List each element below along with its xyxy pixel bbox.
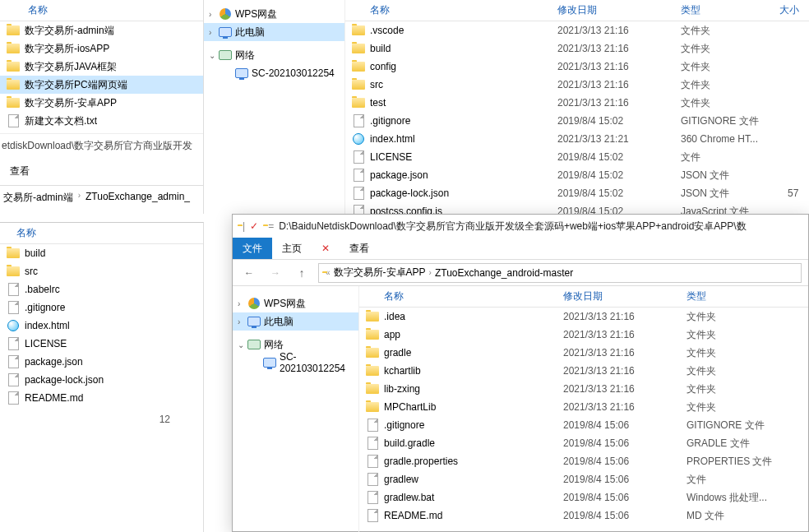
list-item[interactable]: package-lock.json2019/8/4 15:02JSON 文件57	[345, 184, 809, 202]
window-titlebar[interactable]: | ✓ = D:\BaiduNetdiskDownload\数字交易所官方商业版…	[233, 215, 808, 238]
chevron-icon[interactable]: ›	[238, 317, 247, 326]
breadcrumb-bar[interactable]: « 数字交易所-安卓APP › ZTuoExchange_android-mas…	[318, 263, 802, 283]
chevron-icon[interactable]: ⌄	[238, 340, 247, 349]
list-item[interactable]: kchartlib2021/3/13 21:16文件夹	[359, 362, 808, 380]
file-icon	[368, 491, 378, 504]
list-item[interactable]: lib-zxing2021/3/13 21:16文件夹	[359, 380, 808, 398]
tab-home[interactable]: 主页	[272, 238, 312, 259]
col-name[interactable]: 名称	[7, 3, 48, 17]
list-item[interactable]: src	[0, 262, 203, 280]
item-type: GITIGNORE 文件	[681, 114, 788, 128]
forward-button[interactable]: →	[266, 263, 285, 283]
column-header[interactable]: 名称	[0, 0, 203, 21]
tree-item[interactable]: SC-202103012254	[204, 64, 344, 82]
list-item[interactable]: README.md2019/8/4 15:06MD 文件	[359, 507, 808, 525]
item-name: kchartlib	[384, 365, 563, 377]
crumb[interactable]: 交易所-admin端	[3, 191, 73, 205]
item-name: package.json	[370, 169, 557, 181]
list-item[interactable]: 数字交易所-admin端	[0, 21, 203, 39]
file-icon	[8, 337, 19, 350]
item-name: gradlew.bat	[384, 492, 563, 503]
file-icon	[354, 114, 364, 127]
col-type[interactable]: 类型	[681, 3, 779, 17]
item-type: GITIGNORE 文件	[686, 419, 802, 433]
tree-label: SC-202103012254	[252, 67, 335, 79]
back-button[interactable]: ←	[239, 263, 259, 283]
list-item[interactable]: src2021/3/13 21:16文件夹	[345, 76, 809, 94]
col-name[interactable]: 名称	[7, 226, 36, 240]
col-name[interactable]: 名称	[366, 289, 563, 303]
list-item[interactable]: LICENSE	[0, 335, 203, 353]
list-item[interactable]: 数字交易所-安卓APP	[0, 94, 203, 112]
col-name[interactable]: 名称	[352, 3, 557, 17]
list-item[interactable]: index.html2021/3/13 21:21360 Chrome HT..…	[345, 130, 809, 148]
list-item[interactable]: 数字交易所PC端网页端	[0, 76, 203, 94]
chevron-icon[interactable]: ›	[209, 10, 219, 19]
list-item[interactable]: build2021/3/13 21:16文件夹	[345, 39, 809, 58]
col-type[interactable]: 类型	[686, 289, 706, 303]
list-item[interactable]: gradlew.bat2019/8/4 15:06Windows 批处理...	[359, 488, 808, 507]
item-name: package.json	[25, 356, 189, 368]
list-item[interactable]: gradle2021/3/13 21:16文件夹	[359, 344, 808, 362]
list-item[interactable]: package.json2019/8/4 15:02JSON 文件	[345, 166, 809, 184]
list-item[interactable]: .gitignore	[0, 298, 203, 317]
list-item[interactable]: .babelrc	[0, 280, 203, 298]
list-item[interactable]: index.html	[0, 317, 203, 335]
list-item[interactable]: .vscode2021/3/13 21:16文件夹	[345, 21, 809, 39]
tree-item[interactable]: SC-202103012254	[233, 354, 358, 372]
chevron-right-icon: ›	[78, 191, 81, 205]
list-item[interactable]: MPChartLib2021/3/13 21:16文件夹	[359, 398, 808, 416]
list-item[interactable]: README.md	[0, 389, 203, 407]
list-item[interactable]: app2021/3/13 21:16文件夹	[359, 326, 808, 344]
tree-item[interactable]: ›此电脑	[204, 23, 344, 41]
tab-file[interactable]: 文件	[233, 238, 272, 259]
col-size[interactable]: 大小	[779, 3, 799, 17]
close-tab-icon[interactable]: ✕	[312, 238, 340, 259]
view-tab[interactable]: 查看	[0, 158, 203, 185]
list-item[interactable]: .gitignore2019/8/4 15:06GITIGNORE 文件	[359, 416, 808, 434]
list-item[interactable]: 数字交易所JAVA框架	[0, 58, 203, 76]
folder-icon	[366, 384, 379, 394]
crumb[interactable]: 数字交易所-安卓APP	[334, 266, 426, 280]
list-item[interactable]: build	[0, 244, 203, 262]
chevron-icon[interactable]: ›	[209, 28, 219, 37]
item-name: package-lock.json	[25, 374, 189, 386]
tree-item[interactable]: ›WPS网盘	[204, 5, 344, 23]
list-item[interactable]: LICENSE2019/8/4 15:02文件	[345, 148, 809, 166]
tree-item[interactable]: ⌄网络	[204, 46, 344, 64]
item-name: index.html	[25, 320, 189, 331]
chevron-icon[interactable]: ›	[238, 299, 247, 308]
list-item[interactable]: .idea2021/3/13 21:16文件夹	[359, 308, 808, 326]
tree-label: SC-202103012254	[280, 351, 355, 374]
title-path: D:\BaiduNetdiskDownload\数字交易所官方商业版开发级全套源…	[279, 220, 747, 234]
list-item[interactable]: config2021/3/13 21:16文件夹	[345, 58, 809, 76]
list-item[interactable]: package-lock.json	[0, 371, 203, 389]
item-type: 文件夹	[681, 78, 788, 92]
item-name: gradlew	[384, 474, 563, 485]
up-button[interactable]: ↑	[292, 263, 312, 283]
column-header[interactable]: 名称 修改日期 类型	[359, 286, 808, 308]
list-item[interactable]: test2021/3/13 21:16文件夹	[345, 94, 809, 112]
list-item[interactable]: package.json	[0, 353, 203, 371]
computer-icon	[247, 317, 261, 326]
crumb[interactable]: ZTuoExchange_android-master	[435, 267, 573, 279]
list-item[interactable]: gradlew2019/8/4 15:06文件	[359, 470, 808, 488]
item-date: 2021/3/13 21:16	[557, 25, 681, 36]
tree-item[interactable]: ›此电脑	[233, 312, 358, 331]
list-item[interactable]: .gitignore2019/8/4 15:02GITIGNORE 文件	[345, 112, 809, 130]
col-date[interactable]: 修改日期	[557, 3, 681, 17]
column-header[interactable]: 名称	[0, 223, 203, 244]
list-item[interactable]: 新建文本文档.txt	[0, 112, 203, 130]
crumb[interactable]: ZTuoExchange_admin_	[86, 191, 190, 205]
col-date[interactable]: 修改日期	[563, 289, 686, 303]
file-icon	[354, 150, 364, 164]
item-type: 文件夹	[681, 60, 788, 74]
item-date: 2021/3/13 21:16	[557, 43, 681, 54]
list-item[interactable]: gradle.properties2019/8/4 15:06PROPERTIE…	[359, 452, 808, 470]
tree-item[interactable]: ›WPS网盘	[233, 294, 358, 312]
tab-view[interactable]: 查看	[340, 238, 379, 259]
list-item[interactable]: 数字交易所-iosAPP	[0, 39, 203, 58]
list-item[interactable]: build.gradle2019/8/4 15:06GRADLE 文件	[359, 434, 808, 452]
column-header[interactable]: 名称 修改日期 类型 大小	[345, 0, 809, 21]
chevron-icon[interactable]: ⌄	[209, 51, 219, 60]
